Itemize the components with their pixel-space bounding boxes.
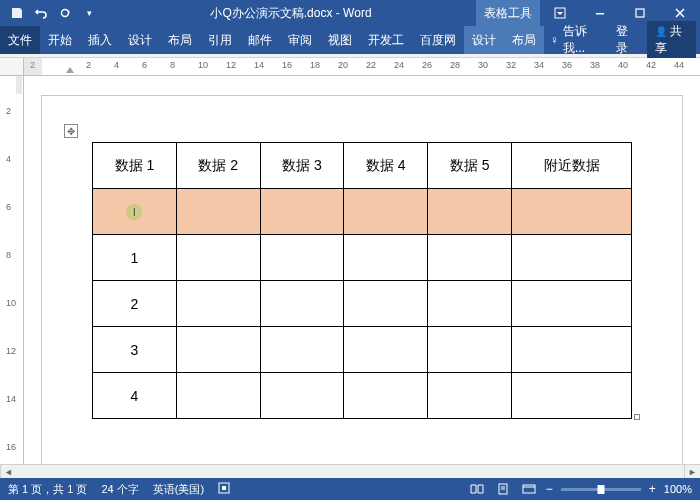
table-cell[interactable]	[428, 189, 512, 235]
save-button[interactable]	[6, 2, 28, 24]
share-button[interactable]: 👤 共享	[647, 21, 696, 59]
table-cell[interactable]	[176, 373, 260, 419]
table-row[interactable]: 4	[93, 373, 632, 419]
table-cell[interactable]	[176, 189, 260, 235]
table-cell[interactable]	[176, 327, 260, 373]
tab-view[interactable]: 视图	[320, 26, 360, 54]
ruler-area: 2246810121416182022242628303234363840424…	[0, 58, 700, 76]
redo-button[interactable]	[54, 2, 76, 24]
table-cell[interactable]: 3	[93, 327, 177, 373]
text-cursor-icon: I	[126, 204, 142, 220]
table-cell[interactable]	[512, 281, 632, 327]
horizontal-scrollbar[interactable]: ◄ ►	[0, 464, 700, 478]
svg-rect-3	[636, 9, 644, 17]
tab-review[interactable]: 审阅	[280, 26, 320, 54]
read-mode-button[interactable]	[468, 481, 486, 497]
zoom-level[interactable]: 100%	[664, 483, 692, 495]
print-layout-button[interactable]	[494, 481, 512, 497]
table-cell[interactable]	[428, 373, 512, 419]
tab-table-design[interactable]: 设计	[464, 26, 504, 54]
zoom-slider[interactable]	[561, 488, 641, 491]
tab-baidu[interactable]: 百度网	[412, 26, 464, 54]
table-header-cell[interactable]: 附近数据	[512, 143, 632, 189]
tab-home[interactable]: 开始	[40, 26, 80, 54]
table-cell[interactable]	[512, 373, 632, 419]
table-header-cell[interactable]: 数据 1	[93, 143, 177, 189]
zoom-out-button[interactable]: −	[546, 482, 553, 496]
word-count[interactable]: 24 个字	[101, 482, 138, 497]
table-cell-editing[interactable]: 5 I	[93, 189, 177, 235]
table-cell[interactable]	[344, 235, 428, 281]
web-layout-icon	[522, 483, 536, 495]
macro-indicator[interactable]	[218, 482, 230, 497]
table-cell[interactable]	[428, 281, 512, 327]
table-cell[interactable]	[428, 327, 512, 373]
document-canvas[interactable]: ✥ 数据 1 数据 2 数据 3 数据 4 数据 5 附近数据 5 I	[24, 76, 700, 464]
table-row[interactable]: 1	[93, 235, 632, 281]
read-mode-icon	[470, 483, 484, 495]
scroll-track[interactable]	[16, 465, 684, 478]
table-header-cell[interactable]: 数据 5	[428, 143, 512, 189]
table-cell[interactable]	[260, 373, 344, 419]
table-cell[interactable]	[344, 281, 428, 327]
svg-point-0	[62, 10, 69, 17]
language-indicator[interactable]: 英语(美国)	[153, 482, 204, 497]
table-cell[interactable]	[260, 235, 344, 281]
zoom-slider-thumb[interactable]	[597, 485, 604, 494]
undo-button[interactable]	[30, 2, 52, 24]
status-bar: 第 1 页，共 1 页 24 个字 英语(美国) − + 100%	[0, 478, 700, 500]
table-header-cell[interactable]: 数据 2	[176, 143, 260, 189]
tab-insert[interactable]: 插入	[80, 26, 120, 54]
table-resize-handle[interactable]	[634, 414, 640, 420]
table-header-cell[interactable]: 数据 3	[260, 143, 344, 189]
table-move-handle[interactable]: ✥	[64, 124, 78, 138]
table-cell[interactable]: 4	[93, 373, 177, 419]
table-row[interactable]: 2	[93, 281, 632, 327]
ruler-corner	[0, 58, 24, 76]
table-cell[interactable]	[260, 189, 344, 235]
tab-file[interactable]: 文件	[0, 26, 40, 54]
table-cell[interactable]	[428, 235, 512, 281]
document-area: 246810121416 ✥ 数据 1 数据 2 数据 3 数据 4 数据 5 …	[0, 76, 700, 464]
login-link[interactable]: 登录	[610, 23, 642, 57]
scroll-right-button[interactable]: ►	[684, 465, 700, 478]
tab-references[interactable]: 引用	[200, 26, 240, 54]
document-table[interactable]: 数据 1 数据 2 数据 3 数据 4 数据 5 附近数据 5 I	[92, 142, 632, 419]
table-cell[interactable]	[512, 189, 632, 235]
qat-customize[interactable]: ▾	[78, 2, 100, 24]
table-header-row[interactable]: 数据 1 数据 2 数据 3 数据 4 数据 5 附近数据	[93, 143, 632, 189]
macro-icon	[218, 482, 230, 494]
page: ✥ 数据 1 数据 2 数据 3 数据 4 数据 5 附近数据 5 I	[42, 96, 682, 464]
tab-developer[interactable]: 开发工	[360, 26, 412, 54]
table-row-highlighted[interactable]: 5 I	[93, 189, 632, 235]
tell-me-search[interactable]: ♀ 告诉我...	[544, 23, 606, 57]
table-cell[interactable]	[512, 235, 632, 281]
tab-design[interactable]: 设计	[120, 26, 160, 54]
table-row[interactable]: 3	[93, 327, 632, 373]
web-layout-button[interactable]	[520, 481, 538, 497]
tab-mailings[interactable]: 邮件	[240, 26, 280, 54]
horizontal-ruler[interactable]: 2246810121416182022242628303234363840424…	[24, 58, 700, 76]
table-cell[interactable]	[344, 327, 428, 373]
page-indicator[interactable]: 第 1 页，共 1 页	[8, 482, 87, 497]
tell-me-label: 告诉我...	[563, 23, 600, 57]
tab-table-layout[interactable]: 布局	[504, 26, 544, 54]
repeat-icon	[60, 8, 70, 18]
table-header-cell[interactable]: 数据 4	[344, 143, 428, 189]
table-cell[interactable]	[176, 235, 260, 281]
zoom-in-button[interactable]: +	[649, 482, 656, 496]
tab-layout[interactable]: 布局	[160, 26, 200, 54]
table-cell[interactable]: 1	[93, 235, 177, 281]
table-cell[interactable]	[344, 189, 428, 235]
table-cell[interactable]: 2	[93, 281, 177, 327]
share-icon: 👤	[655, 26, 667, 37]
vertical-ruler[interactable]: 246810121416	[0, 76, 24, 464]
indent-marker[interactable]	[66, 67, 74, 73]
table-cell[interactable]	[512, 327, 632, 373]
table-cell[interactable]	[344, 373, 428, 419]
table-cell[interactable]	[260, 281, 344, 327]
table-cell[interactable]	[260, 327, 344, 373]
table-cell[interactable]	[176, 281, 260, 327]
undo-icon	[34, 6, 48, 20]
scroll-left-button[interactable]: ◄	[0, 465, 16, 478]
